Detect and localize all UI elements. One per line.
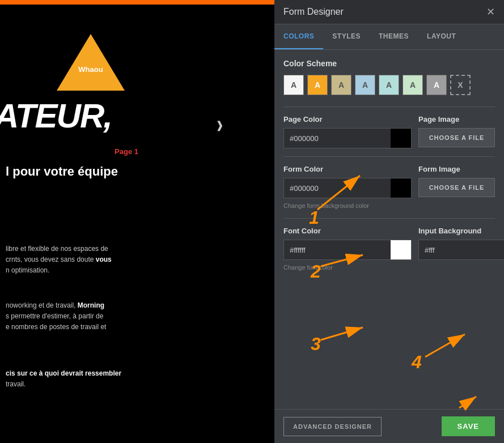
font-color-row: Font Color Change font color Input Backg…: [283, 227, 495, 272]
logo-text: Whaou: [78, 65, 103, 74]
body-text-3: cis sur ce à quoi devrait ressembler tra…: [6, 368, 150, 390]
form-image-button[interactable]: CHOOSE A FILE: [418, 178, 495, 197]
page-color-label: Page Color: [283, 115, 412, 123]
color-swatch-2[interactable]: A: [307, 75, 328, 95]
panel-footer: ADVANCED DESIGNER SAVE: [274, 409, 504, 443]
form-color-input-wrapper: [283, 178, 412, 198]
logo: Whaou: [57, 34, 125, 91]
page-indicator: Page 1: [115, 147, 138, 156]
tab-styles[interactable]: STYLES: [323, 24, 370, 49]
color-scheme-row: A A A A A A A X: [283, 75, 495, 95]
panel-content: Color Scheme A A A A A A A X Page Color: [274, 50, 504, 409]
panel-header: Form Designer ✕: [274, 0, 504, 24]
color-swatch-5[interactable]: A: [379, 75, 399, 95]
color-swatch-3[interactable]: A: [331, 75, 351, 95]
font-color-input-wrapper: [283, 240, 412, 260]
form-color-group: Form Color Change form background color: [283, 165, 412, 210]
form-designer-panel: Form Designer ✕ COLORS STYLES THEMES LAY…: [274, 0, 504, 443]
cursor: ❱: [215, 119, 224, 131]
font-color-hint: Change font color: [283, 263, 412, 272]
subtitle: l pour votre équipe: [6, 164, 118, 179]
body-text-2: noworking et de travail, Morning s perme…: [6, 300, 150, 333]
color-swatch-custom[interactable]: X: [450, 75, 471, 95]
form-image-label: Form Image: [418, 165, 495, 173]
input-bg-group: Input Background: [418, 227, 504, 272]
form-color-row: Form Color Change form background color …: [283, 165, 495, 210]
input-bg-input[interactable]: [419, 246, 504, 254]
page-image-button[interactable]: CHOOSE A FILE: [418, 128, 495, 147]
divider-3: [283, 218, 495, 219]
body-text-1: libre et flexible de nos espaces de crnt…: [6, 244, 147, 276]
form-image-group: Form Image CHOOSE A FILE: [418, 165, 495, 210]
title-text: ATEUR,: [0, 96, 112, 135]
form-color-swatch[interactable]: [391, 178, 411, 198]
color-swatch-6[interactable]: A: [403, 75, 423, 95]
font-color-group: Font Color Change font color: [283, 227, 412, 272]
page-color-swatch[interactable]: [391, 129, 411, 148]
divider-2: [283, 156, 495, 157]
panel-title: Form Designer: [283, 7, 344, 17]
page-color-row: Page Color Page Image CHOOSE A FILE: [283, 115, 495, 148]
divider-1: [283, 107, 495, 107]
form-color-label: Form Color: [283, 165, 412, 173]
input-bg-input-wrapper: [418, 240, 504, 260]
color-scheme-title: Color Scheme: [283, 59, 495, 68]
font-color-swatch[interactable]: [391, 240, 411, 259]
tab-layout[interactable]: LAYOUT: [418, 24, 465, 49]
page-color-group: Page Color: [283, 115, 412, 148]
page-color-input[interactable]: [284, 134, 391, 143]
tab-themes[interactable]: THEMES: [370, 24, 418, 49]
font-color-label: Font Color: [283, 227, 412, 235]
form-color-hint: Change form background color: [283, 202, 412, 210]
preview-panel: Whaou ATEUR, Page 1 l pour votre équipe …: [0, 0, 274, 443]
save-button[interactable]: SAVE: [442, 416, 495, 436]
triangle-shape: Whaou: [57, 34, 125, 91]
advanced-designer-button[interactable]: ADVANCED DESIGNER: [283, 417, 382, 436]
page-color-input-wrapper: [283, 128, 412, 148]
tabs-container: COLORS STYLES THEMES LAYOUT: [274, 24, 504, 50]
tab-colors[interactable]: COLORS: [274, 24, 323, 49]
color-swatch-4[interactable]: A: [355, 75, 375, 95]
page-image-group: Page Image CHOOSE A FILE: [418, 115, 495, 148]
orange-bar: [0, 0, 274, 5]
color-swatch-7[interactable]: A: [426, 75, 447, 95]
close-button[interactable]: ✕: [486, 7, 495, 17]
input-bg-label: Input Background: [418, 227, 504, 235]
font-color-input[interactable]: [284, 246, 391, 254]
form-color-input[interactable]: [284, 184, 391, 193]
color-swatch-1[interactable]: A: [283, 75, 304, 95]
page-image-label: Page Image: [418, 115, 495, 123]
